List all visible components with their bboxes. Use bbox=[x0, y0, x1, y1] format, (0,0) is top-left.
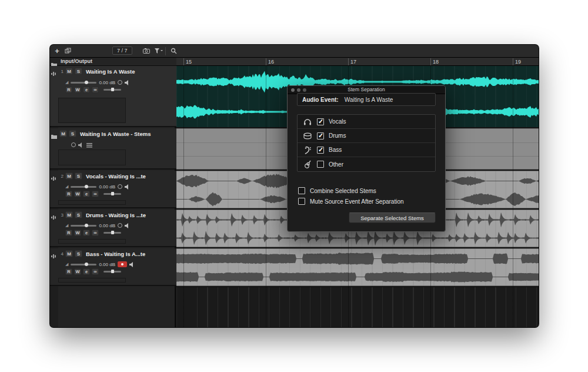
stem-row-vocals[interactable]: Vocals bbox=[298, 115, 435, 129]
audio-track-icon bbox=[51, 251, 58, 261]
volume-icon: ◢ bbox=[65, 80, 68, 85]
stems-list: Vocals Drums Bass Ot bbox=[297, 114, 436, 172]
speaker-icon[interactable] bbox=[125, 77, 131, 88]
track-header-folder[interactable]: M S Waiting Is A Waste - Stems bbox=[50, 128, 176, 170]
separate-stems-button[interactable]: Separate Selected Stems bbox=[349, 212, 436, 223]
write-button[interactable]: W bbox=[74, 268, 81, 275]
mute-button[interactable]: M bbox=[65, 211, 73, 218]
camera-icon[interactable] bbox=[142, 45, 151, 57]
group-icon[interactable] bbox=[86, 140, 92, 150]
track-name: Waiting Is A Waste bbox=[86, 68, 135, 75]
duplicate-icon[interactable] bbox=[63, 45, 72, 57]
empty-timeline-area[interactable] bbox=[176, 287, 539, 327]
write-button[interactable]: W bbox=[74, 230, 81, 236]
solo-button[interactable]: S bbox=[69, 130, 76, 137]
guitar-icon bbox=[302, 160, 312, 168]
mute-source-checkbox[interactable] bbox=[298, 198, 305, 205]
edit-channel-button[interactable]: e bbox=[83, 268, 90, 275]
bass-clef-icon bbox=[302, 146, 312, 154]
search-icon[interactable] bbox=[169, 45, 178, 57]
volume-value: 0.00 dB bbox=[99, 223, 115, 228]
add-icon[interactable]: + bbox=[52, 45, 62, 57]
edit-channel-button[interactable]: e bbox=[83, 87, 90, 93]
waveform-right bbox=[176, 230, 539, 247]
speaker-icon[interactable] bbox=[129, 259, 135, 270]
volume-icon: ◢ bbox=[65, 262, 68, 267]
write-button[interactable]: W bbox=[74, 87, 81, 93]
combine-stems-checkbox[interactable] bbox=[298, 187, 305, 194]
pan-slider[interactable] bbox=[103, 271, 121, 273]
speaker-icon[interactable] bbox=[78, 140, 84, 150]
track-list: 1 M S Waiting Is A Waste ◢ 0.00 dB R W e bbox=[50, 66, 176, 327]
stem-row-bass[interactable]: Bass bbox=[298, 143, 435, 157]
mute-button[interactable]: M bbox=[59, 130, 67, 137]
stem-row-other[interactable]: Other bbox=[298, 157, 435, 171]
pan-slider[interactable] bbox=[103, 89, 121, 91]
monitor-icon[interactable] bbox=[118, 80, 122, 85]
read-button[interactable]: R bbox=[65, 230, 72, 236]
pan-slider[interactable] bbox=[103, 193, 121, 195]
vocals-checkbox[interactable] bbox=[317, 118, 324, 125]
stem-label: Drums bbox=[329, 132, 346, 139]
link-button[interactable]: ∞ bbox=[92, 268, 99, 275]
mute-button[interactable]: M bbox=[65, 172, 73, 180]
ruler-mark: 19 bbox=[513, 58, 521, 65]
read-button[interactable]: R bbox=[65, 87, 72, 93]
monitor-icon[interactable] bbox=[118, 223, 122, 228]
solo-button[interactable]: S bbox=[75, 172, 82, 180]
monitor-icon[interactable] bbox=[118, 184, 122, 189]
track-name: Vocals - Waiting Is ...te bbox=[86, 173, 146, 180]
solo-button[interactable]: S bbox=[75, 68, 82, 75]
volume-slider[interactable] bbox=[71, 225, 96, 227]
edit-channel-button[interactable]: e bbox=[83, 230, 90, 236]
volume-icon: ◢ bbox=[65, 223, 68, 228]
filter-icon[interactable] bbox=[153, 45, 164, 57]
speaker-icon[interactable] bbox=[125, 220, 131, 231]
volume-value: 0.00 dB bbox=[99, 80, 115, 85]
track-header-bass[interactable]: 4 M S Bass - Waiting Is A...te ◢ 0.00 dB… bbox=[50, 248, 176, 286]
link-button[interactable]: ∞ bbox=[92, 87, 99, 93]
read-button[interactable]: R bbox=[65, 191, 72, 197]
timeline-ruler[interactable]: 15 16 17 18 19 bbox=[176, 58, 539, 66]
mute-source-option[interactable]: Mute Source Event After Separation bbox=[298, 198, 404, 205]
read-button[interactable]: R bbox=[65, 268, 72, 275]
stem-row-drums[interactable]: Drums bbox=[298, 129, 435, 143]
folder-track-icon bbox=[51, 131, 58, 141]
option-label: Mute Source Event After Separation bbox=[310, 198, 404, 205]
desktop: + 7 / 7 Input/Output 15 bbox=[0, 0, 588, 372]
write-button[interactable]: W bbox=[74, 191, 81, 197]
edit-channel-button[interactable]: e bbox=[83, 191, 90, 197]
link-button[interactable]: ∞ bbox=[92, 191, 99, 197]
track-extension-panel bbox=[58, 200, 126, 205]
track-extension-panel bbox=[58, 98, 126, 123]
track-name: Bass - Waiting Is A...te bbox=[86, 251, 145, 257]
stem-separation-dialog: Stem Separation Audio Event: Waiting Is … bbox=[287, 85, 446, 232]
io-header: Input/Output bbox=[50, 58, 176, 66]
solo-button[interactable]: S bbox=[75, 211, 82, 218]
volume-slider[interactable] bbox=[71, 186, 96, 188]
mute-button[interactable]: M bbox=[65, 250, 73, 257]
combine-stems-option[interactable]: Combine Selected Stems bbox=[298, 187, 376, 194]
track-header-vocals[interactable]: 2 M S Vocals - Waiting Is ...te ◢ 0.00 d… bbox=[50, 171, 176, 208]
bass-checkbox[interactable] bbox=[317, 147, 324, 154]
track-header-drums[interactable]: 3 M S Drums - Waiting Is ...te ◢ 0.00 dB… bbox=[50, 210, 176, 247]
other-checkbox[interactable] bbox=[317, 161, 324, 168]
link-button[interactable]: ∞ bbox=[92, 230, 99, 236]
stem-label: Vocals bbox=[329, 118, 346, 125]
speaker-icon[interactable] bbox=[125, 181, 131, 192]
option-label: Combine Selected Stems bbox=[310, 188, 376, 194]
drums-checkbox[interactable] bbox=[317, 132, 324, 140]
audio-event-bass[interactable] bbox=[176, 248, 539, 286]
ruler-mark: 16 bbox=[266, 58, 274, 65]
solo-button[interactable]: S bbox=[75, 250, 82, 257]
mute-button[interactable]: M bbox=[65, 68, 73, 75]
track-header-source[interactable]: 1 M S Waiting Is A Waste ◢ 0.00 dB R W e bbox=[50, 66, 176, 127]
volume-value: 0.00 dB bbox=[99, 184, 115, 190]
pan-slider[interactable] bbox=[103, 232, 121, 234]
toolbar: + 7 / 7 bbox=[50, 45, 539, 58]
monitor-icon[interactable] bbox=[71, 142, 76, 147]
volume-slider[interactable] bbox=[71, 264, 96, 265]
record-enable-button[interactable] bbox=[118, 261, 127, 267]
volume-slider[interactable] bbox=[71, 82, 96, 84]
track-number: 4 bbox=[59, 251, 64, 257]
